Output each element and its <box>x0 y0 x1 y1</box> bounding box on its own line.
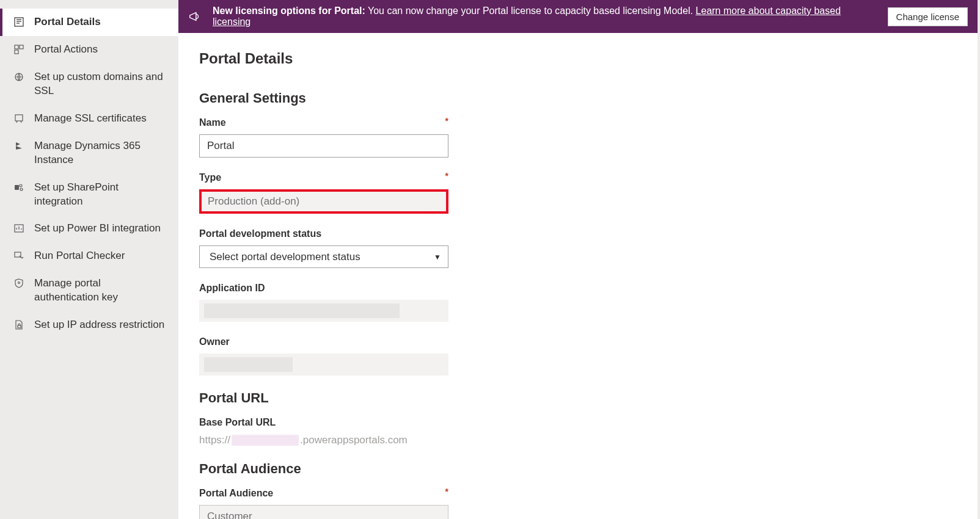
svg-rect-4 <box>15 45 18 49</box>
main-area: New licensing options for Portal: You ca… <box>178 0 980 519</box>
svg-rect-6 <box>15 50 18 54</box>
shield-icon <box>13 278 24 289</box>
status-label: Portal development status <box>199 228 448 239</box>
svg-rect-8 <box>15 115 23 121</box>
section-general-settings: General Settings <box>199 90 957 106</box>
svg-point-11 <box>20 188 23 191</box>
sidebar-item-label: Manage SSL certificates <box>34 112 147 126</box>
owner-value-redacted <box>199 354 448 376</box>
sidebar-item-custom-domains[interactable]: Set up custom domains and SSL <box>0 64 178 105</box>
globe-link-icon <box>13 71 24 82</box>
appid-label: Application ID <box>199 283 448 294</box>
appid-value-redacted <box>199 300 448 322</box>
certificate-icon <box>13 113 24 124</box>
sidebar-item-label: Manage portal authentication key <box>34 277 167 305</box>
banner-bold: New licensing options for Portal: <box>213 5 365 16</box>
sidebar-item-ssl-certificates[interactable]: Manage SSL certificates <box>0 105 178 132</box>
sidebar-item-auth-key[interactable]: Manage portal authentication key <box>0 270 178 311</box>
status-select[interactable]: Select portal development status <box>199 245 448 268</box>
sidebar-item-label: Set up custom domains and SSL <box>34 70 167 98</box>
sidebar-item-dynamics-instance[interactable]: Manage Dynamics 365 Instance <box>0 132 178 174</box>
base-url-value: https:// .powerappsportals.com <box>199 434 448 446</box>
svg-rect-9 <box>15 185 19 190</box>
sidebar-item-portal-details[interactable]: Portal Details <box>0 9 178 36</box>
base-url-label: Base Portal URL <box>199 417 448 428</box>
sidebar-item-portal-checker[interactable]: Run Portal Checker <box>0 242 178 270</box>
svg-rect-0 <box>15 18 23 26</box>
url-suffix: .powerappsportals.com <box>300 434 408 446</box>
audience-label: Portal Audience <box>199 488 448 499</box>
url-prefix: https:// <box>199 434 230 446</box>
chart-icon <box>13 223 24 234</box>
sidebar-item-label: Portal Actions <box>34 43 98 57</box>
section-portal-url: Portal URL <box>199 390 957 406</box>
notification-banner: New licensing options for Portal: You ca… <box>178 0 978 33</box>
sidebar-item-label: Set up IP address restriction <box>34 318 164 332</box>
sidebar-item-label: Set up Power BI integration <box>34 222 161 236</box>
sidebar-item-label: Set up SharePoint integration <box>34 181 167 209</box>
sidebar-item-label: Manage Dynamics 365 Instance <box>34 139 167 167</box>
svg-rect-15 <box>18 325 21 328</box>
sidebar-item-portal-actions[interactable]: Portal Actions <box>0 36 178 64</box>
url-host-redacted <box>232 435 299 446</box>
sidebar-item-powerbi[interactable]: Set up Power BI integration <box>0 215 178 242</box>
sidebar-item-label: Portal Details <box>34 15 101 29</box>
checker-icon <box>13 250 24 261</box>
change-license-button[interactable]: Change license <box>888 7 968 26</box>
section-portal-audience: Portal Audience <box>199 461 957 477</box>
banner-body: You can now change your Portal license t… <box>365 5 696 16</box>
page-title: Portal Details <box>199 50 957 67</box>
sidebar-item-sharepoint[interactable]: Set up SharePoint integration <box>0 174 178 216</box>
banner-text: New licensing options for Portal: You ca… <box>213 5 877 27</box>
svg-rect-5 <box>20 45 23 49</box>
name-input[interactable] <box>199 134 448 158</box>
audience-input <box>199 505 448 519</box>
owner-label: Owner <box>199 336 448 347</box>
sidebar-item-ip-restriction[interactable]: Set up IP address restriction <box>0 311 178 339</box>
dynamics-icon <box>13 140 24 151</box>
svg-point-14 <box>18 282 20 284</box>
sidebar-item-label: Run Portal Checker <box>34 249 125 263</box>
sidebar: Portal Details Portal Actions Set up cus… <box>0 0 178 519</box>
svg-point-10 <box>20 184 22 187</box>
type-label: Type <box>199 172 448 183</box>
sharepoint-icon <box>13 182 24 193</box>
details-icon <box>13 16 24 27</box>
actions-icon <box>13 44 24 55</box>
content-area: Portal Details General Settings Name Typ… <box>178 33 978 519</box>
type-input <box>199 189 448 214</box>
megaphone-icon <box>188 10 202 23</box>
name-label: Name <box>199 117 448 128</box>
document-lock-icon <box>13 319 24 330</box>
